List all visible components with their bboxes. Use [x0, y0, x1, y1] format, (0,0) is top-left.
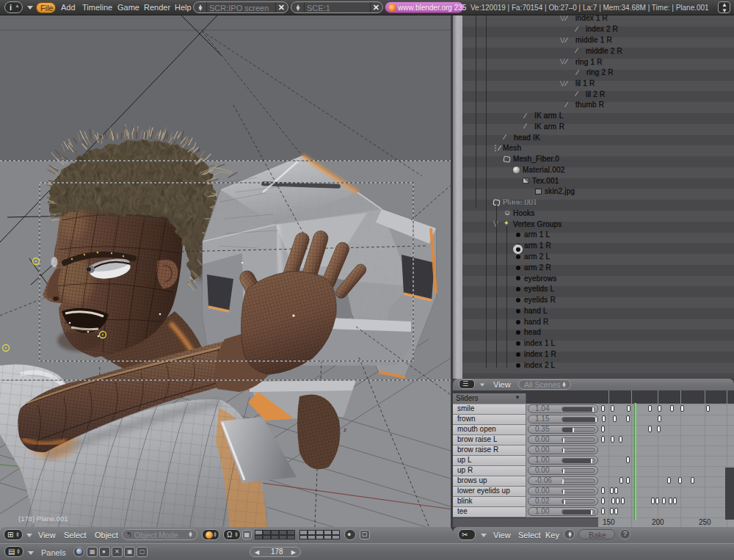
svg-text:(178) Plane.001: (178) Plane.001	[18, 514, 68, 523]
svg-text:z: z	[344, 426, 346, 433]
